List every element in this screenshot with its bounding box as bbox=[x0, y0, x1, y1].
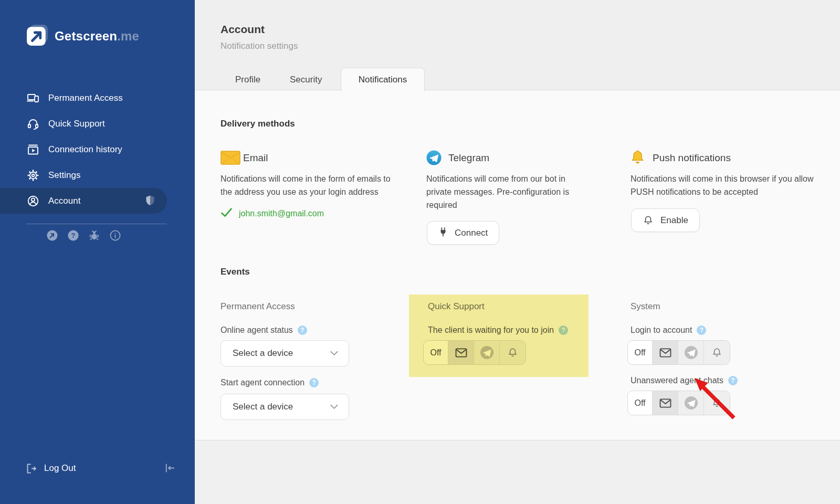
telegram-connect-button[interactable]: Connect bbox=[427, 221, 499, 245]
shield-icon bbox=[144, 194, 156, 207]
history-icon bbox=[26, 143, 40, 156]
sidebar-icon-row: ? bbox=[0, 229, 167, 242]
headset-icon bbox=[26, 118, 40, 130]
telegram-title: Telegram bbox=[448, 152, 489, 164]
tab-profile[interactable]: Profile bbox=[235, 69, 260, 90]
getscreen-app: Getscreen.me Permanent Access bbox=[0, 0, 840, 504]
events-permanent-access-title: Permanent Access bbox=[220, 301, 295, 312]
system-login-telegram-toggle[interactable] bbox=[678, 341, 704, 364]
help-icon[interactable]: ? bbox=[728, 376, 738, 385]
help-icon[interactable]: ? bbox=[67, 229, 79, 242]
select-value: Select a device bbox=[233, 348, 330, 359]
verified-email-row: john.smith@gmail.com bbox=[220, 207, 324, 219]
email-description: Notifications will come in the form of e… bbox=[220, 172, 402, 198]
page-title: Account bbox=[220, 23, 265, 36]
help-icon[interactable]: ? bbox=[298, 326, 307, 335]
system-chats-toggle-group: Off bbox=[627, 391, 730, 415]
svg-text:?: ? bbox=[71, 232, 75, 239]
telegram-icon bbox=[426, 150, 442, 167]
system-chats-email-toggle[interactable] bbox=[653, 391, 678, 415]
main-panel: Account Notification settings Profile Se… bbox=[195, 0, 840, 504]
sidebar-item-permanent-access[interactable]: Permanent Access bbox=[0, 85, 195, 111]
chevron-down-icon bbox=[330, 402, 338, 412]
email-icon bbox=[220, 151, 240, 167]
collapse-sidebar-icon[interactable] bbox=[164, 462, 176, 474]
system-login-off-toggle[interactable]: Off bbox=[628, 341, 653, 364]
bell-outline-icon bbox=[507, 347, 518, 358]
help-icon[interactable]: ? bbox=[309, 378, 319, 387]
info-icon[interactable] bbox=[109, 229, 121, 242]
tab-security[interactable]: Security bbox=[290, 69, 322, 90]
user-icon bbox=[26, 195, 40, 207]
quick-support-off-toggle[interactable]: Off bbox=[424, 341, 448, 364]
telegram-description: Notifications will come from our bot in … bbox=[426, 172, 585, 212]
chevron-down-icon bbox=[330, 348, 338, 359]
gear-icon bbox=[26, 169, 40, 182]
system-chats-off-toggle[interactable]: Off bbox=[628, 391, 653, 415]
quick-support-push-toggle[interactable] bbox=[500, 341, 526, 364]
telegram-gray-icon bbox=[684, 345, 698, 360]
sidebar-nav: Permanent Access Quick Support bbox=[0, 85, 195, 214]
sidebar: Getscreen.me Permanent Access bbox=[0, 0, 195, 504]
sidebar-item-account[interactable]: Account bbox=[0, 188, 167, 214]
login-to-account-label-row: Login to account ? bbox=[631, 326, 706, 335]
envelope-icon bbox=[455, 348, 467, 358]
unanswered-chats-label-row: Unanswered agent chats ? bbox=[631, 376, 738, 385]
online-agent-status-label-row: Online agent status ? bbox=[220, 326, 307, 335]
quick-support-notify-toggle-group: Off bbox=[423, 340, 526, 365]
logout-button[interactable]: Log Out bbox=[44, 463, 76, 474]
brand-name: Getscreen.me bbox=[55, 29, 139, 44]
help-icon[interactable]: ? bbox=[697, 326, 706, 335]
sidebar-item-label: Account bbox=[48, 196, 80, 206]
content-area bbox=[195, 90, 840, 440]
enable-label: Enable bbox=[660, 215, 688, 226]
sidebar-item-label: Quick Support bbox=[48, 119, 105, 129]
client-waiting-label: The client is waiting for you to join bbox=[428, 326, 554, 335]
push-description: Notifications will come in this browser … bbox=[631, 172, 815, 198]
login-to-account-label: Login to account bbox=[631, 326, 692, 335]
getscreen-mini-logo-icon[interactable] bbox=[46, 229, 58, 242]
events-heading: Events bbox=[220, 267, 250, 277]
events-system-title: System bbox=[631, 301, 660, 312]
start-agent-connection-label: Start agent connection bbox=[220, 378, 304, 387]
plug-icon bbox=[438, 227, 448, 239]
connect-label: Connect bbox=[455, 228, 488, 238]
push-title: Push notifications bbox=[653, 152, 731, 164]
system-chats-push-toggle[interactable] bbox=[704, 391, 730, 415]
sidebar-item-quick-support[interactable]: Quick Support bbox=[0, 111, 195, 136]
delivery-methods-heading: Delivery methods bbox=[220, 119, 295, 129]
help-icon[interactable]: ? bbox=[559, 326, 568, 335]
online-agent-status-label: Online agent status bbox=[220, 326, 293, 335]
bug-report-icon[interactable] bbox=[88, 229, 100, 242]
envelope-icon bbox=[659, 398, 671, 408]
devices-icon bbox=[26, 92, 40, 104]
client-waiting-label-row: The client is waiting for you to join ? bbox=[428, 326, 568, 335]
getscreen-logo-icon bbox=[26, 24, 48, 48]
push-enable-button[interactable]: Enable bbox=[631, 208, 700, 232]
quick-support-telegram-toggle[interactable] bbox=[474, 341, 500, 364]
sidebar-item-label: Permanent Access bbox=[48, 93, 123, 103]
logout-icon bbox=[25, 463, 37, 475]
system-login-email-toggle[interactable] bbox=[653, 341, 678, 364]
system-chats-telegram-toggle[interactable] bbox=[678, 391, 704, 415]
bell-outline-icon bbox=[643, 215, 654, 226]
events-quick-support-title: Quick Support bbox=[428, 301, 485, 312]
page-subtitle: Notification settings bbox=[220, 41, 298, 51]
sidebar-item-settings[interactable]: Settings bbox=[0, 162, 195, 188]
system-login-toggle-group: Off bbox=[627, 340, 730, 365]
email-title: Email bbox=[243, 152, 268, 164]
start-agent-connection-select[interactable]: Select a device bbox=[220, 394, 349, 420]
sidebar-item-label: Connection history bbox=[48, 144, 122, 155]
logo[interactable]: Getscreen.me bbox=[26, 24, 139, 48]
telegram-gray-icon bbox=[480, 345, 494, 360]
tab-notifications[interactable]: Notifications bbox=[341, 68, 425, 91]
verified-email-address[interactable]: john.smith@gmail.com bbox=[239, 209, 324, 218]
quick-support-email-toggle[interactable] bbox=[448, 341, 474, 364]
bell-outline-icon bbox=[711, 347, 722, 358]
online-agent-status-select[interactable]: Select a device bbox=[220, 340, 349, 366]
sidebar-item-connection-history[interactable]: Connection history bbox=[0, 136, 195, 162]
envelope-icon bbox=[659, 348, 671, 358]
bell-outline-icon bbox=[711, 397, 722, 408]
system-login-push-toggle[interactable] bbox=[704, 341, 730, 364]
telegram-gray-icon bbox=[684, 396, 698, 410]
